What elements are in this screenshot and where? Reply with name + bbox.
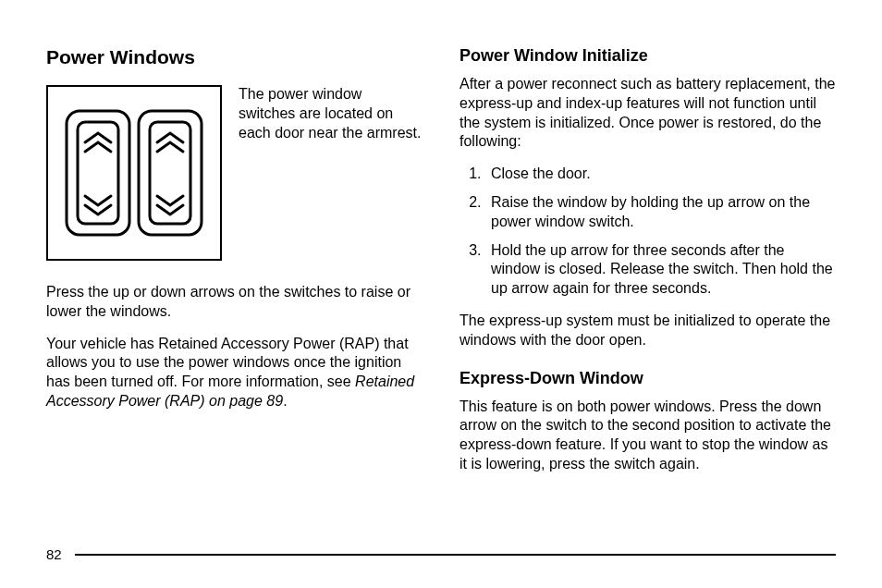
window-switch-icon <box>46 85 222 261</box>
para-express-down: This feature is on both power windows. P… <box>459 398 836 474</box>
list-item: Close the door. <box>485 165 836 184</box>
para-rap: Your vehicle has Retained Accessory Powe… <box>46 335 423 411</box>
para-initialize-note: The express-up system must be initialize… <box>459 312 836 350</box>
para-initialize-intro: After a power reconnect such as battery … <box>459 75 836 152</box>
page-number: 82 <box>46 546 62 562</box>
heading-initialize: Power Window Initialize <box>459 46 836 66</box>
right-column: Power Window Initialize After a power re… <box>459 46 836 487</box>
list-item: Raise the window by holding the up arrow… <box>485 193 836 232</box>
initialize-steps: Close the door. Raise the window by hold… <box>485 165 836 299</box>
list-item: Hold the up arrow for three seconds afte… <box>485 241 836 299</box>
left-column: Power Windows <box>46 46 423 487</box>
page-footer: 82 <box>46 546 836 562</box>
window-switch-figure <box>46 85 222 264</box>
figure-caption: The power window switches are located on… <box>239 85 423 142</box>
heading-power-windows: Power Windows <box>46 46 423 68</box>
para-press-arrows: Press the up or down arrows on the switc… <box>46 283 423 322</box>
figure-row: The power window switches are located on… <box>46 85 423 264</box>
heading-express-down: Express-Down Window <box>459 369 836 388</box>
para-rap-text: Your vehicle has Retained Accessory Powe… <box>46 336 409 390</box>
footer-rule <box>75 554 836 556</box>
para-rap-period: . <box>283 393 287 409</box>
page-columns: Power Windows <box>46 46 836 487</box>
